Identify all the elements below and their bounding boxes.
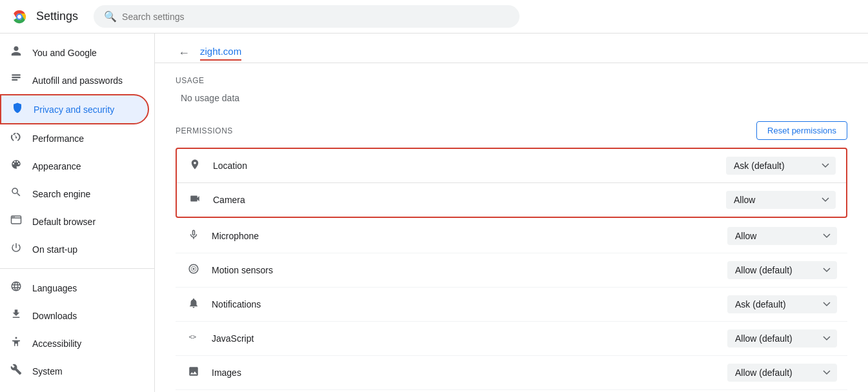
sidebar-label-languages: Languages bbox=[32, 283, 77, 293]
permissions-label: Permissions bbox=[176, 126, 233, 135]
shield-icon bbox=[12, 102, 23, 117]
chrome-logo-icon bbox=[10, 8, 28, 26]
sidebar-item-downloads[interactable]: Downloads bbox=[0, 302, 149, 329]
images-icon bbox=[186, 366, 201, 380]
languages-icon bbox=[10, 280, 22, 295]
permission-row-location: Location Ask (default) Allow Block bbox=[177, 149, 846, 183]
accessibility-icon bbox=[10, 336, 22, 351]
on-startup-icon bbox=[10, 242, 22, 257]
usage-section: Usage No usage data bbox=[155, 63, 868, 116]
performance-icon bbox=[10, 131, 22, 146]
topbar: Settings 🔍 bbox=[0, 0, 868, 34]
notifications-select[interactable]: Ask (default) Allow Block bbox=[727, 295, 837, 313]
svg-point-7 bbox=[12, 217, 14, 218]
sidebar-item-search-engine[interactable]: Search engine bbox=[0, 180, 149, 208]
sidebar-label-performance: Performance bbox=[32, 133, 84, 144]
usage-label: Usage bbox=[176, 76, 847, 85]
highlighted-permissions-group: Location Ask (default) Allow Block Camer… bbox=[176, 148, 847, 218]
svg-rect-5 bbox=[12, 79, 17, 81]
sidebar-label-on-startup: On start-up bbox=[32, 244, 77, 255]
camera-select[interactable]: Allow Ask (default) Block bbox=[726, 191, 836, 209]
notifications-icon bbox=[186, 297, 201, 312]
javascript-label: JavaScript bbox=[212, 333, 717, 344]
person-icon bbox=[10, 45, 22, 60]
downloads-icon bbox=[10, 308, 22, 323]
microphone-select[interactable]: Allow Ask (default) Block bbox=[727, 227, 837, 245]
permission-row-images: Images Allow (default) Block bbox=[176, 356, 847, 390]
sidebar-item-on-startup[interactable]: On start-up bbox=[0, 235, 149, 263]
permission-row-javascript: <> JavaScript Allow (default) Block bbox=[176, 322, 847, 356]
site-url[interactable]: zight.com bbox=[200, 46, 241, 61]
motion-sensors-select[interactable]: Allow (default) Ask Block bbox=[727, 261, 837, 279]
location-label: Location bbox=[213, 161, 716, 171]
no-usage-data: No usage data bbox=[181, 93, 847, 103]
sidebar-item-you-and-google[interactable]: You and Google bbox=[0, 39, 149, 66]
images-label: Images bbox=[212, 368, 717, 378]
sidebar-item-system[interactable]: System bbox=[0, 357, 149, 385]
location-icon bbox=[187, 159, 203, 173]
svg-rect-3 bbox=[12, 74, 21, 75]
sidebar-label-default-browser: Default browser bbox=[32, 217, 96, 227]
sidebar-item-autofill[interactable]: Autofill and passwords bbox=[0, 66, 149, 94]
sidebar-label-appearance: Appearance bbox=[32, 161, 81, 172]
notifications-label: Notifications bbox=[212, 299, 717, 309]
camera-icon bbox=[187, 193, 203, 208]
images-select[interactable]: Allow (default) Block bbox=[727, 364, 837, 382]
sidebar-divider bbox=[0, 268, 154, 269]
search-bar: 🔍 bbox=[94, 5, 520, 28]
permission-row-camera: Camera Allow Ask (default) Block bbox=[177, 183, 846, 217]
motion-sensors-label: Motion sensors bbox=[212, 265, 717, 275]
site-header: ← zight.com bbox=[155, 34, 868, 63]
search-input[interactable] bbox=[122, 12, 509, 22]
permission-row-notifications: Notifications Ask (default) Allow Block bbox=[176, 288, 847, 322]
autofill-icon bbox=[10, 73, 22, 88]
sidebar-label-downloads: Downloads bbox=[32, 311, 77, 321]
svg-point-2 bbox=[17, 15, 21, 19]
javascript-icon: <> bbox=[186, 331, 201, 346]
sidebar-label-privacy: Privacy and security bbox=[34, 104, 114, 115]
sidebar-item-languages[interactable]: Languages bbox=[0, 274, 149, 302]
svg-text:<>: <> bbox=[189, 333, 197, 340]
search-engine-icon bbox=[10, 186, 22, 201]
main-layout: You and Google Autofill and passwords Pr… bbox=[0, 34, 868, 392]
search-icon: 🔍 bbox=[104, 10, 117, 23]
sidebar-item-accessibility[interactable]: Accessibility bbox=[0, 329, 149, 357]
sidebar-item-appearance[interactable]: Appearance bbox=[0, 152, 149, 180]
svg-point-8 bbox=[14, 217, 15, 218]
motion-sensors-icon bbox=[186, 263, 201, 278]
reset-permissions-button[interactable]: Reset permissions bbox=[756, 121, 847, 140]
sidebar-label-accessibility: Accessibility bbox=[32, 338, 81, 349]
sidebar-label-autofill: Autofill and passwords bbox=[32, 75, 123, 86]
svg-point-9 bbox=[193, 268, 195, 270]
sidebar-item-privacy[interactable]: Privacy and security bbox=[0, 94, 149, 124]
microphone-icon bbox=[186, 229, 201, 244]
svg-rect-4 bbox=[12, 77, 21, 78]
microphone-label: Microphone bbox=[212, 231, 717, 241]
sidebar-item-performance[interactable]: Performance bbox=[0, 124, 149, 152]
javascript-select[interactable]: Allow (default) Block bbox=[727, 329, 837, 348]
permissions-section: Permissions Reset permissions Location A… bbox=[155, 116, 868, 390]
content-area: ← zight.com Usage No usage data Permissi… bbox=[155, 34, 868, 392]
sidebar-item-default-browser[interactable]: Default browser bbox=[0, 208, 149, 235]
permission-row-motion-sensors: Motion sensors Allow (default) Ask Block bbox=[176, 253, 847, 288]
location-select[interactable]: Ask (default) Allow Block bbox=[726, 157, 836, 175]
permissions-header: Permissions Reset permissions bbox=[176, 121, 847, 140]
page-title: Settings bbox=[36, 10, 78, 23]
default-browser-icon bbox=[10, 214, 22, 229]
sidebar-label-search-engine: Search engine bbox=[32, 189, 90, 199]
sidebar: You and Google Autofill and passwords Pr… bbox=[0, 34, 155, 392]
camera-label: Camera bbox=[213, 195, 716, 205]
sidebar-item-reset-settings[interactable]: Reset settings bbox=[0, 385, 149, 392]
sidebar-label-you-and-google: You and Google bbox=[32, 48, 97, 58]
system-icon bbox=[10, 364, 22, 378]
permission-row-microphone: Microphone Allow Ask (default) Block bbox=[176, 219, 847, 253]
sidebar-label-system: System bbox=[32, 366, 63, 377]
back-button[interactable]: ← bbox=[176, 44, 192, 63]
appearance-icon bbox=[10, 159, 22, 173]
